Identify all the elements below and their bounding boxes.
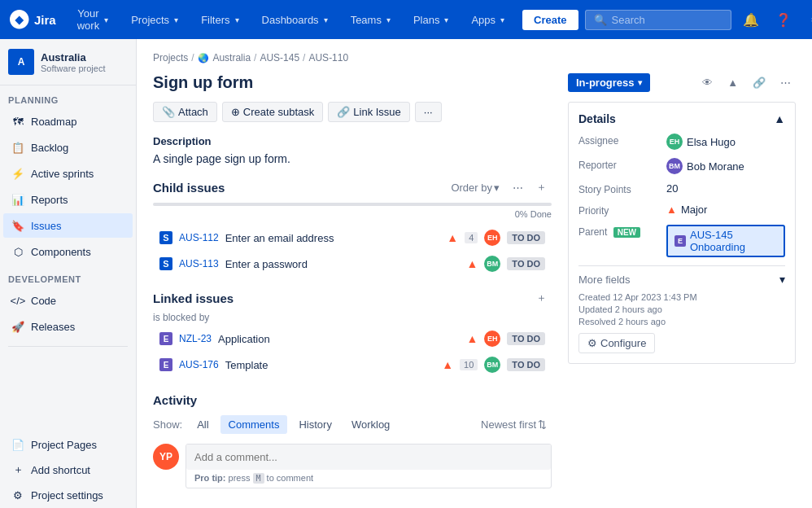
sidebar-item-project-settings[interactable]: ⚙ Project settings xyxy=(3,483,133,507)
link-issue-button[interactable]: 🔗 Link Issue xyxy=(328,102,410,122)
parent-value[interactable]: E AUS-145 Onboarding xyxy=(666,225,785,257)
issue-body: Sign up form 📎 Attach ⊕ Create subtask 🔗… xyxy=(153,73,796,488)
priority-high-icon: ▲ xyxy=(447,232,458,243)
linked-issue-key[interactable]: AUS-176 xyxy=(179,359,219,370)
breadcrumb-board-link[interactable]: AUS-145 xyxy=(260,52,299,64)
child-issues-more-button[interactable]: ⋯ xyxy=(508,180,528,195)
story-points-value[interactable]: 20 xyxy=(666,182,678,195)
chevron-down-icon: ▾ xyxy=(494,182,500,194)
components-icon: ⬡ xyxy=(11,245,24,258)
sidebar-item-backlog[interactable]: 📋 Backlog xyxy=(3,135,133,160)
share-button[interactable]: 🔗 xyxy=(748,75,771,90)
comment-input[interactable] xyxy=(186,444,551,470)
project-avatar: A xyxy=(8,49,34,75)
sidebar-item-reports[interactable]: 📊 Reports xyxy=(3,187,133,212)
sprints-icon: ⚡ xyxy=(11,167,24,180)
plans-button[interactable]: Plans ▾ xyxy=(405,11,457,29)
issue-actions-row: 👁 ▲ 🔗 ⋯ xyxy=(697,75,796,90)
priority-value[interactable]: ▲ Major xyxy=(666,204,707,216)
project-type: Software project xyxy=(41,64,105,73)
activity-title: Activity xyxy=(153,393,552,407)
add-linked-issue-button[interactable]: ＋ xyxy=(531,289,552,307)
settings-button[interactable]: ⚙ xyxy=(803,7,812,33)
attach-button[interactable]: 📎 Attach xyxy=(153,102,217,122)
sidebar-item-project-pages[interactable]: 📄 Project Pages xyxy=(3,432,133,457)
breadcrumb-sep1: / xyxy=(191,52,194,64)
more-actions-button[interactable]: ⋯ xyxy=(775,75,796,90)
chevron-down-icon: ▾ xyxy=(779,273,785,286)
configure-button[interactable]: ⚙ Configure xyxy=(578,333,655,353)
link-icon: 🔗 xyxy=(337,106,350,118)
details-title-row[interactable]: Details ▲ xyxy=(578,112,785,125)
more-button[interactable]: ··· xyxy=(415,102,442,122)
is-blocked-label: is blocked by xyxy=(153,312,552,323)
linked-issues-title: Linked issues xyxy=(153,291,234,305)
progress-text: 0% Done xyxy=(153,209,552,219)
activity-tab-all[interactable]: All xyxy=(189,415,216,434)
sidebar-item-components[interactable]: ⬡ Components xyxy=(3,239,133,264)
created-timestamp: Created 12 Apr 2023 1:43 PM xyxy=(578,292,785,302)
activity-tab-history[interactable]: History xyxy=(290,415,339,434)
issue-main: Sign up form 📎 Attach ⊕ Create subtask 🔗… xyxy=(153,73,552,488)
sidebar-item-add-shortcut[interactable]: ＋ Add shortcut xyxy=(3,458,133,482)
reporter-value[interactable]: BM Bob Morane xyxy=(666,158,744,174)
table-row[interactable]: S AUS-113 Enter a password ▲ BM TO DO xyxy=(153,252,552,276)
table-row[interactable]: S AUS-112 Enter an email address ▲ 4 EH … xyxy=(153,226,552,250)
priority-row: Priority ▲ Major xyxy=(578,204,785,217)
sidebar-item-code[interactable]: </> Code xyxy=(3,288,133,313)
reporter-row: Reporter BM Bob Morane xyxy=(578,158,785,174)
your-work-button[interactable]: Your work ▾ xyxy=(69,4,116,35)
vote-button[interactable]: ▲ xyxy=(723,75,743,90)
search-bar[interactable]: 🔍 Search xyxy=(585,10,731,30)
project-header[interactable]: A Australia Software project xyxy=(0,39,136,85)
timestamps: Created 12 Apr 2023 1:43 PM Updated 2 ho… xyxy=(578,292,785,326)
sidebar-item-releases[interactable]: 🚀 Releases xyxy=(3,314,133,339)
apps-button[interactable]: Apps ▾ xyxy=(463,11,513,29)
watch-button[interactable]: 👁 xyxy=(697,75,718,90)
sidebar-item-active-sprints[interactable]: ⚡ Active sprints xyxy=(3,161,133,186)
add-child-issue-button[interactable]: ＋ xyxy=(531,178,552,196)
table-row[interactable]: E NZL-23 Application ▲ EH TO DO xyxy=(153,326,552,351)
jira-logo[interactable]: Jira xyxy=(10,10,56,29)
linked-issues-section: Linked issues ＋ is blocked by E NZL-23 A… xyxy=(153,289,552,377)
activity-tab-worklog[interactable]: Worklog xyxy=(343,415,398,434)
comment-input-wrap[interactable]: Pro tip: press M to comment xyxy=(186,444,552,488)
help-button[interactable]: ❓ xyxy=(771,7,797,33)
assignee-value[interactable]: EH Elsa Hugo xyxy=(666,134,736,150)
order-by-button[interactable]: Order by ▾ xyxy=(446,180,504,195)
breadcrumb-sep3: / xyxy=(303,52,305,64)
more-fields-row[interactable]: More fields ▾ xyxy=(578,265,785,286)
table-row[interactable]: E AUS-176 Template ▲ 10 BM TO DO xyxy=(153,353,552,377)
child-issues-header: Child issues Order by ▾ ⋯ ＋ xyxy=(153,178,552,196)
breadcrumb-project-link[interactable]: 🌏 Australia xyxy=(198,52,251,64)
create-subtask-button[interactable]: ⊕ Create subtask xyxy=(222,102,323,122)
breadcrumb: Projects / 🌏 Australia / AUS-145 / AUS-1… xyxy=(153,52,796,64)
activity-section: Activity Show: All Comments History Work… xyxy=(153,393,552,488)
action-toolbar: 📎 Attach ⊕ Create subtask 🔗 Link Issue ·… xyxy=(153,102,552,122)
comment-hint: Pro tip: press M to comment xyxy=(186,470,551,488)
teams-button[interactable]: Teams ▾ xyxy=(343,11,399,29)
backlog-icon: 📋 xyxy=(11,141,24,154)
more-fields-label: More fields xyxy=(578,274,631,286)
priority-icon: ▲ xyxy=(666,204,677,216)
linked-issue-key[interactable]: NZL-23 xyxy=(179,333,212,344)
sidebar-item-issues[interactable]: 🔖 Issues xyxy=(3,213,133,238)
development-section-label: DEVELOPMENT xyxy=(0,265,136,287)
status-badge[interactable]: In-progress ▾ xyxy=(568,73,650,92)
notifications-button[interactable]: 🔔 xyxy=(738,7,764,33)
breadcrumb-projects-link[interactable]: Projects xyxy=(153,52,188,64)
dashboards-button[interactable]: Dashboards ▾ xyxy=(254,11,336,29)
issue-key-link[interactable]: AUS-113 xyxy=(179,258,219,269)
search-icon: 🔍 xyxy=(594,14,607,26)
create-button[interactable]: Create xyxy=(522,10,578,30)
sidebar-item-roadmap[interactable]: 🗺 Roadmap xyxy=(3,109,133,134)
updated-timestamp: Updated 2 hours ago xyxy=(578,304,785,314)
releases-icon: 🚀 xyxy=(11,320,24,333)
filters-button[interactable]: Filters ▾ xyxy=(193,11,247,29)
activity-tab-comments[interactable]: Comments xyxy=(220,415,288,434)
newest-first-button[interactable]: Newest first ⇅ xyxy=(476,417,552,432)
issue-key-link[interactable]: AUS-112 xyxy=(179,232,219,243)
issue-status-chip: TO DO xyxy=(507,358,545,371)
breadcrumb-issue-key: AUS-110 xyxy=(308,52,348,64)
projects-button[interactable]: Projects ▾ xyxy=(123,11,186,29)
